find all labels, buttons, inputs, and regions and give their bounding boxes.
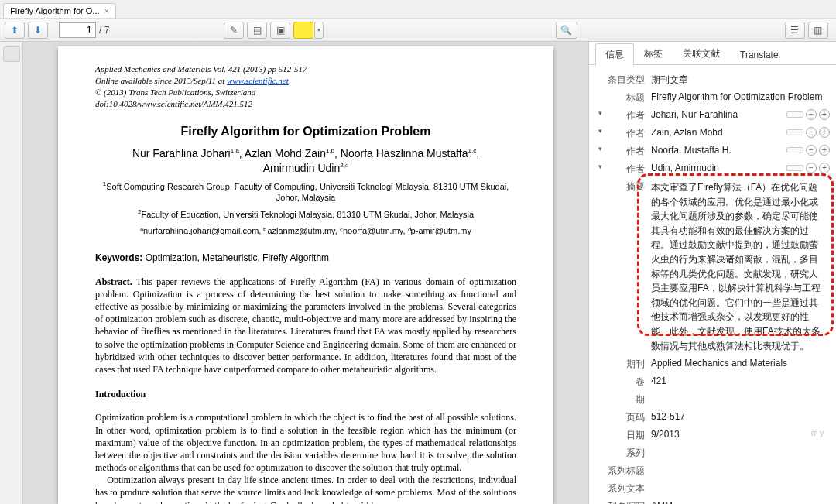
chevron-down-icon[interactable]: ▾ <box>595 127 605 135</box>
keywords: Keywords: Optimization, Metaheuristic, F… <box>95 252 516 264</box>
meta-series-text: 系列文本 <box>595 480 836 498</box>
authors-line: Nur Farahlina Johari1,a, Azlan Mohd Zain… <box>95 146 516 176</box>
left-rail <box>0 42 23 504</box>
remove-author-button[interactable]: − <box>806 163 817 173</box>
meta-author-1: ▾作者 Johari, Nur Farahlina −+ <box>595 107 836 125</box>
remove-author-button[interactable]: − <box>806 109 817 120</box>
sidebar-right-icon: ▥ <box>814 25 822 36</box>
tab-tags[interactable]: 标签 <box>634 43 673 64</box>
section-heading-introduction: Introduction <box>95 388 516 400</box>
add-author-button[interactable]: + <box>819 109 830 120</box>
reorder-handle[interactable] <box>786 111 803 118</box>
page-up-button[interactable]: ⬆ <box>5 22 25 39</box>
add-author-button[interactable]: + <box>819 145 830 156</box>
meta-author-3: ▾作者 Noorfa, Mustaffa H. −+ <box>595 142 836 160</box>
affiliation-1: 1Soft Computing Research Group, Faculty … <box>95 180 516 204</box>
tab-info[interactable]: 信息 <box>595 43 634 65</box>
tab-related[interactable]: 关联文献 <box>673 43 730 64</box>
affiliation-2: 2Faculty of Education, Universiti Teknol… <box>95 208 516 221</box>
meta-journal: 期刊 Applied Mechanics and Materials <box>595 355 836 373</box>
remove-author-button[interactable]: − <box>806 145 817 156</box>
meta-series-title: 系列标题 <box>595 462 836 480</box>
header-line-1: Applied Mechanics and Materials Vol. 421… <box>95 63 516 75</box>
sidebar-body: 条目类型 期刊文章 标题 Firefly Algorithm for Optim… <box>589 65 836 504</box>
pen-icon: ✎ <box>230 25 238 36</box>
header-line-4: doi:10.4028/www.scientific.net/AMM.421.5… <box>95 98 516 110</box>
date-format-hint: m y <box>811 429 830 437</box>
thumbnails-button[interactable] <box>3 46 20 62</box>
remove-author-button[interactable]: − <box>806 127 817 138</box>
tab-translate[interactable]: Translate <box>730 45 789 64</box>
chevron-down-icon[interactable]: ▾ <box>595 163 605 170</box>
meta-series: 系列 <box>595 444 836 462</box>
header-line-2: Online available since 2013/Sep/11 at ww… <box>95 75 516 87</box>
meta-date: 日期 9/2013 m y <box>595 427 836 444</box>
meta-journal-abbr: 刊名缩写 AMM <box>595 498 836 504</box>
page-number-input[interactable] <box>59 22 96 38</box>
reorder-handle[interactable] <box>786 129 803 135</box>
view-sidebar-left-button[interactable]: ☰ <box>785 22 805 39</box>
meta-volume: 卷 421 <box>595 373 836 391</box>
author-emails: ᵃnurfarahlina.johari@gmail.com, ᵇazlanmz… <box>95 225 516 237</box>
area-icon: ▣ <box>276 25 285 36</box>
annotate-note-button[interactable]: ▤ <box>247 22 267 39</box>
annotate-area-button[interactable]: ▣ <box>270 22 290 39</box>
chevron-down-icon: ▾ <box>317 26 320 33</box>
note-icon: ▤ <box>253 25 262 36</box>
arrow-up-icon: ⬆ <box>11 25 19 36</box>
meta-issue: 期 <box>595 391 836 409</box>
document-tab[interactable]: Firefly Algorithm for O... × <box>3 3 116 18</box>
meta-pages: 页码 512-517 <box>595 409 836 427</box>
annotate-pen-button[interactable]: ✎ <box>224 22 244 39</box>
meta-author-4: ▾作者 Udin, Amirmudin −+ <box>595 160 836 178</box>
meta-author-2: ▾作者 Zain, Azlan Mohd −+ <box>595 125 836 142</box>
arrow-down-icon: ⬇ <box>34 25 42 36</box>
reorder-handle[interactable] <box>786 165 803 171</box>
app-tab-bar: Firefly Algorithm for O... × <box>0 0 836 19</box>
toolbar: ⬆ ⬇ / 7 ✎ ▤ ▣ ▾ 🔍 ☰ ▥ <box>0 19 836 42</box>
chevron-down-icon[interactable]: ▾ <box>595 145 605 153</box>
reorder-handle[interactable] <box>786 147 803 153</box>
meta-itemtype: 条目类型 期刊文章 <box>595 71 836 89</box>
page-total-label: / 7 <box>99 25 109 36</box>
view-sidebar-right-button[interactable]: ▥ <box>808 22 828 39</box>
meta-abstract: 摘要 本文审查了Firefly算法（FA）在优化问题的各个领域的应用。优化是通过… <box>595 178 836 355</box>
main-area: Applied Mechanics and Materials Vol. 421… <box>0 42 836 504</box>
pdf-page: Applied Mechanics and Materials Vol. 421… <box>58 46 553 504</box>
add-author-button[interactable]: + <box>819 163 830 173</box>
abstract-paragraph: Abstract. This paper reviews the applica… <box>95 276 516 376</box>
sidebar-left-icon: ☰ <box>790 25 799 36</box>
document-viewport[interactable]: Applied Mechanics and Materials Vol. 421… <box>23 42 588 504</box>
intro-paragraph-1: Optimization problem is a computational … <box>95 411 516 474</box>
metadata-sidebar: 信息 标签 关联文献 Translate 条目类型 期刊文章 标题 Firefl… <box>588 42 836 504</box>
close-icon[interactable]: × <box>104 6 109 15</box>
search-icon: 🔍 <box>560 25 572 36</box>
add-author-button[interactable]: + <box>819 127 830 138</box>
header-line-3: © (2013) Trans Tech Publications, Switze… <box>95 87 516 98</box>
document-tab-title: Firefly Algorithm for O... <box>10 6 100 15</box>
meta-title: 标题 Firefly Algorithm for Optimization Pr… <box>595 89 836 107</box>
sidebar-tabs: 信息 标签 关联文献 Translate <box>589 42 836 65</box>
highlight-color-button[interactable] <box>293 22 314 39</box>
paper-title: Firefly Algorithm for Optimization Probl… <box>95 123 516 140</box>
intro-paragraph-2: Optimization always present in day life … <box>95 474 516 504</box>
page-down-button[interactable]: ⬇ <box>28 22 48 39</box>
scientific-net-link[interactable]: www.scientific.net <box>227 76 289 85</box>
find-button[interactable]: 🔍 <box>556 22 577 39</box>
chevron-down-icon[interactable]: ▾ <box>595 109 605 117</box>
color-dropdown-button[interactable]: ▾ <box>314 22 324 39</box>
